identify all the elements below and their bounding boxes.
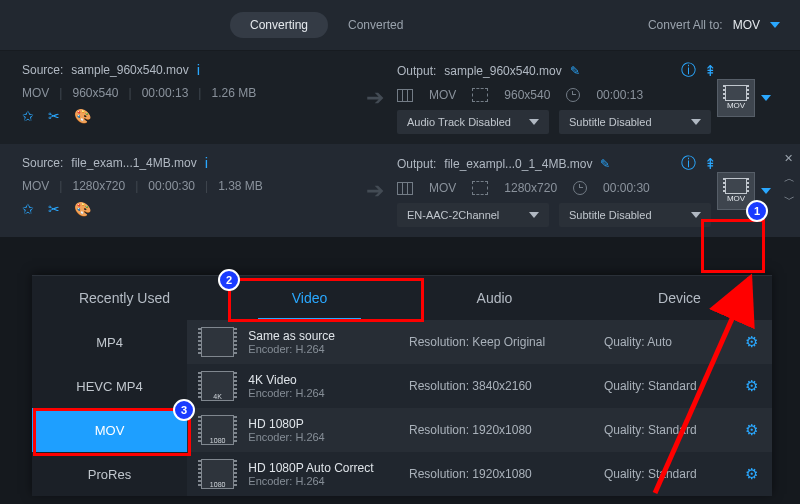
format-icon (397, 89, 413, 102)
source-resolution: 960x540 (72, 86, 118, 100)
info-icon[interactable]: i (197, 61, 200, 78)
resolution-icon (472, 181, 488, 195)
preset-row[interactable]: 1080 HD 1080P Auto CorrectEncoder: H.264… (187, 452, 772, 496)
info-icon[interactable]: ⓘ (681, 154, 696, 173)
source-format: MOV (22, 86, 49, 100)
popup-tab-device[interactable]: Device (587, 276, 772, 320)
chevron-down-icon (770, 22, 780, 28)
source-label: Source: (22, 63, 63, 77)
edit-icon[interactable]: ✎ (570, 64, 580, 78)
tab-converted[interactable]: Converted (328, 12, 423, 38)
effects-icon[interactable]: ✩ (22, 108, 34, 124)
output-format-chip[interactable]: MOV (717, 79, 755, 117)
arrow-right-icon: ➔ (352, 178, 397, 204)
output-duration: 00:00:13 (596, 88, 643, 102)
file-card-2: Source: file_exam...1_4MB.mov i MOV| 128… (0, 144, 800, 237)
output-resolution: 960x540 (504, 88, 550, 102)
source-label: Source: (22, 156, 63, 170)
subtitle-dropdown[interactable]: Subtitle Disabled (559, 110, 711, 134)
source-size: 1.38 MB (218, 179, 263, 193)
output-format: MOV (429, 181, 456, 195)
source-size: 1.26 MB (211, 86, 256, 100)
trim-icon[interactable]: ✂ (48, 108, 60, 124)
format-icon (397, 182, 413, 195)
output-filename: file_exampl...0_1_4MB.mov (444, 157, 592, 171)
popup-tab-recent[interactable]: Recently Used (32, 276, 217, 320)
source-duration: 00:00:30 (148, 179, 195, 193)
palette-icon[interactable]: 🎨 (74, 201, 91, 217)
audio-track-dropdown[interactable]: EN-AAC-2Channel (397, 203, 549, 227)
info-icon[interactable]: i (205, 154, 208, 171)
info-icon[interactable]: ⓘ (681, 61, 696, 80)
output-format-chip[interactable]: MOV (717, 172, 755, 210)
film-icon: 1080 (201, 415, 234, 445)
convert-all-label: Convert All to: (648, 18, 723, 32)
compress-icon[interactable]: ⇞ (704, 155, 717, 173)
convert-all-value: MOV (733, 18, 760, 32)
sidebar-item-mov[interactable]: MOV (32, 408, 187, 452)
top-bar: Converting Converted Convert All to: MOV (0, 0, 800, 51)
gear-icon[interactable]: ⚙ (745, 333, 758, 351)
resolution-icon (472, 88, 488, 102)
sidebar-item-prores[interactable]: ProRes (32, 452, 187, 496)
popup-tab-audio[interactable]: Audio (402, 276, 587, 320)
output-filename: sample_960x540.mov (444, 64, 561, 78)
effects-icon[interactable]: ✩ (22, 201, 34, 217)
gear-icon[interactable]: ⚙ (745, 465, 758, 483)
clock-icon (566, 88, 580, 102)
preset-row[interactable]: 1080 HD 1080PEncoder: H.264 Resolution: … (187, 408, 772, 452)
output-label: Output: (397, 64, 436, 78)
film-icon: 4K (201, 371, 234, 401)
arrow-right-icon: ➔ (352, 85, 397, 111)
audio-track-dropdown[interactable]: Audio Track Disabled (397, 110, 549, 134)
gear-icon[interactable]: ⚙ (745, 377, 758, 395)
output-label: Output: (397, 157, 436, 171)
source-filename: sample_960x540.mov (71, 63, 188, 77)
sidebar-item-mp4[interactable]: MP4 (32, 320, 187, 364)
source-format: MOV (22, 179, 49, 193)
compress-icon[interactable]: ⇞ (704, 62, 717, 80)
film-icon (201, 327, 234, 357)
tab-converting[interactable]: Converting (230, 12, 328, 38)
subtitle-dropdown[interactable]: Subtitle Disabled (559, 203, 711, 227)
preset-row[interactable]: 4K 4K VideoEncoder: H.264 Resolution: 38… (187, 364, 772, 408)
clock-icon (573, 181, 587, 195)
preset-list: Same as sourceEncoder: H.264 Resolution:… (187, 320, 772, 496)
edit-icon[interactable]: ✎ (600, 157, 610, 171)
top-tabs: Converting Converted (230, 12, 423, 38)
convert-all-to[interactable]: Convert All to: MOV (648, 18, 780, 32)
preset-row[interactable]: Same as sourceEncoder: H.264 Resolution:… (187, 320, 772, 364)
move-up-icon[interactable]: ︿ (784, 171, 795, 186)
output-resolution: 1280x720 (504, 181, 557, 195)
output-format: MOV (429, 88, 456, 102)
chevron-down-icon (691, 212, 701, 218)
format-sidebar: MP4 HEVC MP4 MOV ProRes (32, 320, 187, 496)
chevron-down-icon[interactable] (761, 95, 771, 101)
trim-icon[interactable]: ✂ (48, 201, 60, 217)
popup-tab-video[interactable]: Video (217, 276, 402, 320)
chevron-down-icon (529, 119, 539, 125)
palette-icon[interactable]: 🎨 (74, 108, 91, 124)
close-icon[interactable]: ✕ (784, 152, 795, 165)
sidebar-item-hevc-mp4[interactable]: HEVC MP4 (32, 364, 187, 408)
chevron-down-icon (691, 119, 701, 125)
gear-icon[interactable]: ⚙ (745, 421, 758, 439)
format-picker-popup: Recently Used Video Audio Device MP4 HEV… (32, 275, 772, 496)
output-duration: 00:00:30 (603, 181, 650, 195)
chevron-down-icon[interactable] (761, 188, 771, 194)
source-filename: file_exam...1_4MB.mov (71, 156, 196, 170)
move-down-icon[interactable]: ﹀ (784, 192, 795, 207)
file-card-1: Source: sample_960x540.mov i MOV| 960x54… (0, 51, 800, 144)
source-resolution: 1280x720 (72, 179, 125, 193)
film-icon: 1080 (201, 459, 234, 489)
source-duration: 00:00:13 (142, 86, 189, 100)
chevron-down-icon (529, 212, 539, 218)
